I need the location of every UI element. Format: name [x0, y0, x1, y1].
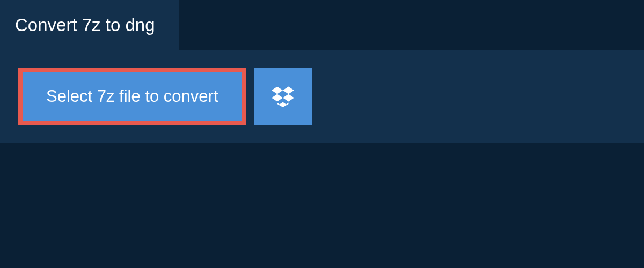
- dropbox-icon: [272, 85, 294, 109]
- dropbox-button[interactable]: [254, 68, 312, 125]
- tab-convert[interactable]: Convert 7z to dng: [0, 0, 179, 50]
- tab-title: Convert 7z to dng: [15, 15, 155, 35]
- select-file-label: Select 7z file to convert: [46, 87, 218, 106]
- select-file-button[interactable]: Select 7z file to convert: [18, 68, 246, 125]
- upload-panel: Select 7z file to convert: [0, 50, 644, 143]
